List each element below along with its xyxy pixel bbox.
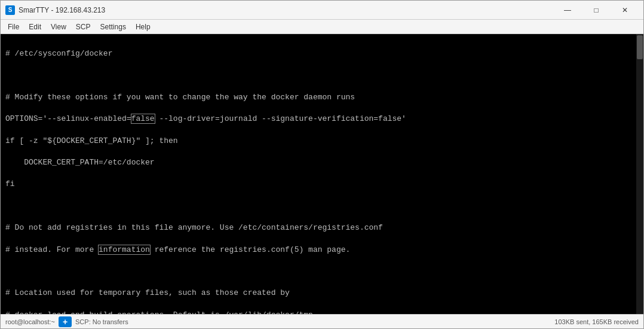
terminal-area[interactable]: # /etc/sysconfig/docker # Modify these o… xyxy=(1,34,643,314)
line-13: # docker load and build operations. Defa… xyxy=(5,310,639,314)
status-bar: root@localhost:~ + SCP: No transfers 103… xyxy=(1,314,643,328)
line-10: # instead. For more information referenc… xyxy=(5,245,639,255)
close-button[interactable]: ✕ xyxy=(611,1,639,20)
minimize-button[interactable]: — xyxy=(554,1,581,20)
transfer-info: 103KB sent, 165KB received xyxy=(554,318,639,325)
add-tab-button[interactable]: + xyxy=(59,316,72,327)
line-11 xyxy=(5,266,639,277)
menu-settings[interactable]: Settings xyxy=(96,22,131,32)
terminal-content: # /etc/sysconfig/docker # Modify these o… xyxy=(5,38,639,314)
terminal-tab-label: root@localhost:~ xyxy=(5,318,55,325)
window-controls: — □ ✕ xyxy=(554,1,639,20)
line-2 xyxy=(5,71,639,81)
status-left: root@localhost:~ + SCP: No transfers xyxy=(5,316,550,327)
scrollbar-thumb[interactable] xyxy=(637,35,643,59)
line-4: OPTIONS='--selinux-enabled=false --log-d… xyxy=(5,114,639,124)
maximize-button[interactable]: □ xyxy=(582,1,610,20)
window-title: SmarTTY - 192.168.43.213 xyxy=(19,6,554,14)
menu-bar: File Edit View SCP Settings Help xyxy=(1,20,643,34)
title-bar: S SmarTTY - 192.168.43.213 — □ ✕ xyxy=(1,1,643,20)
menu-edit[interactable]: Edit xyxy=(24,22,46,32)
menu-view[interactable]: View xyxy=(46,22,71,32)
line-3: # Modify these options if you want to ch… xyxy=(5,92,639,103)
line-1: # /etc/sysconfig/docker xyxy=(5,48,639,59)
menu-scp[interactable]: SCP xyxy=(71,22,96,32)
main-window: S SmarTTY - 192.168.43.213 — □ ✕ File Ed… xyxy=(0,0,644,329)
line-5: if [ -z "${DOCKER_CERT_PATH}" ]; then xyxy=(5,136,639,147)
menu-file[interactable]: File xyxy=(3,22,24,32)
line-6: DOCKER_CERT_PATH=/etc/docker xyxy=(5,157,639,168)
line-12: # Location used for temporary files, suc… xyxy=(5,288,639,298)
line-8 xyxy=(5,201,639,212)
scp-status: SCP: No transfers xyxy=(75,318,128,325)
menu-help[interactable]: Help xyxy=(131,22,155,32)
scrollbar[interactable] xyxy=(636,34,643,314)
app-icon: S xyxy=(5,5,15,15)
line-7: fi xyxy=(5,179,639,190)
line-9: # Do not add registries in this file any… xyxy=(5,223,639,233)
